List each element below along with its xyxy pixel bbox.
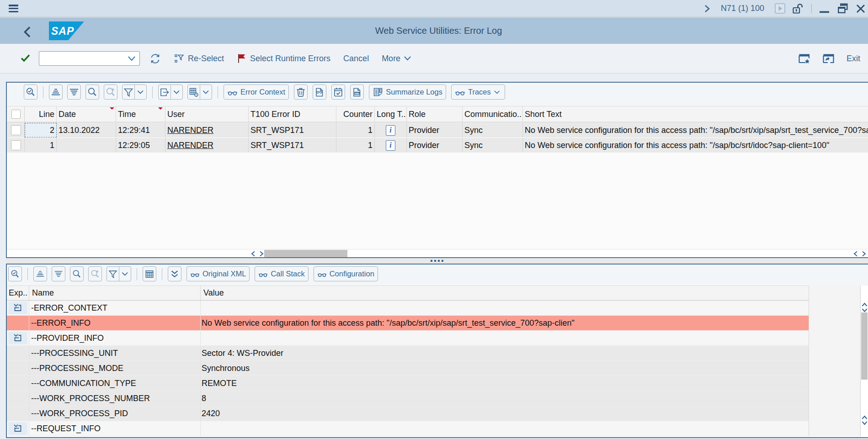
column-header-counter[interactable]: Counter <box>336 106 375 122</box>
cell-communication[interactable]: Sync <box>463 138 523 153</box>
filter-split-button[interactable] <box>107 266 131 281</box>
scroll-right-icon[interactable] <box>259 251 264 257</box>
minimize-window-icon[interactable] <box>819 3 830 14</box>
scroll-down-icon[interactable] <box>862 421 868 425</box>
hamburger-menu-icon[interactable] <box>9 5 18 13</box>
column-header-value[interactable]: Value <box>201 286 809 300</box>
tree-node-name[interactable]: ---PROCESSING_MODE <box>29 361 201 376</box>
filter-menu-button[interactable] <box>119 267 131 281</box>
scroll-left-icon[interactable] <box>251 251 256 257</box>
sort-ascending-button[interactable] <box>33 266 47 281</box>
long-text-info-icon[interactable]: i <box>386 140 395 151</box>
tree-node-value[interactable]: REMOTE <box>201 376 809 391</box>
tree-node-name[interactable]: -ERROR_CONTEXT <box>29 301 201 315</box>
unlocked-icon[interactable] <box>792 3 804 14</box>
delete-logs-button[interactable] <box>294 85 308 100</box>
find-button[interactable] <box>70 266 84 281</box>
user-link[interactable]: NARENDER <box>167 141 213 150</box>
tree-row-request-info[interactable]: --REQUEST_INFO <box>7 421 809 436</box>
sort-ascending-button[interactable] <box>49 85 63 100</box>
scroll-up-icon[interactable] <box>862 415 868 420</box>
tree-node-value[interactable] <box>201 331 809 345</box>
export-button[interactable] <box>159 85 170 99</box>
sort-descending-button[interactable] <box>67 85 81 100</box>
error-context-button[interactable]: Error Context <box>224 85 289 100</box>
column-header-communication[interactable]: Communicatio.. <box>463 106 523 122</box>
tree-node-name[interactable]: ---COMMUNICATION_TYPE <box>29 376 201 391</box>
cell-shorttext[interactable]: No Web service configuration for this ac… <box>523 138 868 153</box>
column-header-date[interactable]: Date <box>57 106 116 122</box>
find-button[interactable] <box>85 85 99 100</box>
row-checkbox[interactable] <box>11 140 21 150</box>
tree-row-error-info[interactable]: --ERROR_INFO No Web service configuratio… <box>7 316 809 331</box>
cell-counter[interactable]: 1 <box>336 123 375 138</box>
refresh-icon[interactable] <box>149 53 161 64</box>
call-stack-button[interactable]: Call Stack <box>255 266 308 281</box>
cancel-button[interactable]: Cancel <box>343 54 369 63</box>
sort-descending-button[interactable] <box>52 266 65 281</box>
tree-node-name[interactable]: ---WORK_PROCESS_PID <box>29 406 201 421</box>
scroll-left-icon[interactable] <box>853 251 858 257</box>
tree-node-value[interactable]: 2420 <box>201 406 809 421</box>
xml-download-button[interactable]: XML <box>350 85 364 100</box>
scroll-up-icon[interactable] <box>862 302 868 307</box>
filter-split-button[interactable] <box>122 85 147 100</box>
cell-time[interactable]: 12:29:41 <box>116 123 165 138</box>
column-header-expand[interactable]: Exp.. <box>7 286 29 300</box>
find-next-button[interactable] <box>104 85 117 100</box>
tree-node-name[interactable]: ---PROCESSING_UNIT <box>29 346 201 360</box>
user-link[interactable]: NARENDER <box>167 126 213 135</box>
collapse-all-button[interactable] <box>168 266 181 281</box>
tree-node-value[interactable]: Sector 4: WS-Provider <box>201 346 809 360</box>
print-button[interactable] <box>143 266 156 281</box>
tree-row-work-process-number[interactable]: ---WORK_PROCESS_NUMBER 8 <box>7 391 809 406</box>
restore-window-icon[interactable] <box>837 3 848 14</box>
exit-button[interactable]: Exit <box>847 54 860 63</box>
tree-node-value[interactable]: 8 <box>201 391 809 406</box>
tree-node-name[interactable]: --ERROR_INFO <box>29 316 201 330</box>
traces-button[interactable]: Traces <box>451 85 505 100</box>
layout-button[interactable] <box>188 85 200 99</box>
tree-row-processing-unit[interactable]: ---PROCESSING_UNIT Sector 4: WS-Provider <box>7 346 809 361</box>
scroll-down-icon[interactable] <box>862 308 868 312</box>
tree-row-communication-type[interactable]: ---COMMUNICATION_TYPE REMOTE <box>7 376 809 391</box>
enter-check-icon[interactable] <box>21 54 30 62</box>
new-session-window-icon[interactable] <box>822 53 835 64</box>
cell-shorttext[interactable]: No Web service configuration for this ac… <box>523 123 868 138</box>
tree-vertical-scrollbar[interactable] <box>861 301 868 437</box>
details-button[interactable] <box>8 266 22 281</box>
select-all-checkbox[interactable] <box>11 110 21 119</box>
cell-role[interactable]: Provider <box>407 123 463 138</box>
tree-node-name[interactable]: ---WORK_PROCESS_NUMBER <box>29 391 201 406</box>
layout-menu-button[interactable] <box>200 85 212 99</box>
column-header-user[interactable]: User <box>165 106 249 122</box>
scrollbar-thumb[interactable] <box>861 312 868 380</box>
tree-node-value[interactable]: Synchronous <box>201 361 809 376</box>
column-header-t100[interactable]: T100 Error ID <box>249 106 336 122</box>
original-xml-button[interactable]: Original XML <box>186 266 250 281</box>
filter-menu-button[interactable] <box>134 85 146 99</box>
command-input[interactable] <box>41 53 126 64</box>
column-header-time[interactable]: Time <box>116 106 165 122</box>
scroll-right-icon[interactable] <box>862 251 866 257</box>
column-header-longtext[interactable]: Long T.. <box>375 106 407 122</box>
command-field-dropdown-icon[interactable] <box>128 56 136 62</box>
error-log-row-2[interactable]: 1 12:29:05 NARENDER SRT_WSP171 1 i Provi… <box>7 138 868 153</box>
tree-row-processing-mode[interactable]: ---PROCESSING_MODE Synchronous <box>7 361 809 376</box>
filter-button[interactable] <box>107 267 119 281</box>
expand-node-icon[interactable] <box>8 332 27 344</box>
filter-button[interactable] <box>122 85 134 99</box>
cell-counter[interactable]: 1 <box>336 138 375 153</box>
reorganize-logs-button[interactable] <box>331 85 345 100</box>
cell-t100[interactable]: SRT_WSP171 <box>249 123 336 138</box>
export-split-button[interactable] <box>158 85 183 100</box>
column-header-shorttext[interactable]: Short Text <box>523 106 868 122</box>
column-header-name[interactable]: Name <box>29 286 201 300</box>
cell-line[interactable]: 1 <box>25 138 57 153</box>
cell-communication[interactable]: Sync <box>463 123 523 138</box>
long-text-info-icon[interactable]: i <box>386 125 395 136</box>
tree-node-value[interactable]: No Web service configuration for this ac… <box>201 316 809 330</box>
tree-node-value[interactable] <box>201 301 809 315</box>
find-next-button[interactable] <box>88 266 102 281</box>
cell-time[interactable]: 12:29:05 <box>116 138 165 153</box>
